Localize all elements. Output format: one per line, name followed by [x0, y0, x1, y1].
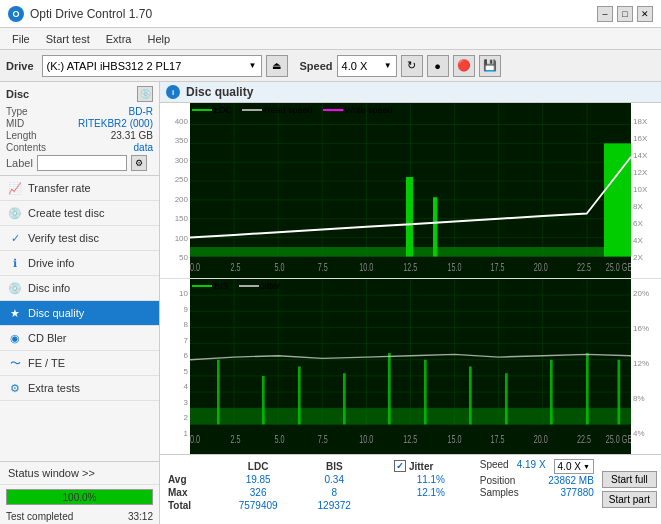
y-label-12pct: 12% — [633, 359, 661, 368]
speed-select[interactable]: 4.0 X ▼ — [337, 55, 397, 77]
svg-rect-62 — [505, 373, 508, 424]
y-label-12x: 12X — [633, 168, 661, 177]
sidebar-item-extra-tests-label: Extra tests — [28, 382, 80, 394]
stats-table: LDC BIS ✓ Jitter — [160, 455, 476, 524]
disc-panel: Disc 💿 Type BD-R MID RITEKBR2 (000) Leng… — [0, 82, 159, 176]
disc-mid-label: MID — [6, 118, 24, 129]
legend-write-speed-label: Write speed — [345, 105, 393, 115]
start-part-button[interactable]: Start part — [602, 491, 657, 508]
status-window-label: Status window >> — [8, 467, 95, 479]
y-label-4pct: 4% — [633, 429, 661, 438]
speed-setting-value: 4.0 X — [558, 461, 581, 472]
y-label-10: 10 — [160, 289, 188, 298]
progress-bar-container: 100.0% — [6, 489, 153, 505]
window-controls: – □ ✕ — [597, 6, 653, 22]
jitter-checkbox[interactable]: ✓ — [394, 460, 406, 472]
sidebar-item-disc-info[interactable]: 💿 Disc info — [0, 276, 159, 301]
legend-bis-color — [192, 285, 212, 287]
refresh-button[interactable]: ↻ — [401, 55, 423, 77]
status-time: 33:12 — [128, 511, 153, 522]
col-bis-header: BIS — [299, 459, 370, 473]
y-label-2: 2 — [160, 413, 188, 422]
avg-jitter: 11.1% — [390, 473, 472, 486]
svg-rect-22 — [604, 143, 631, 256]
svg-rect-65 — [618, 360, 621, 425]
sidebar-item-transfer-rate-label: Transfer rate — [28, 182, 91, 194]
sidebar-item-verify-test-disc[interactable]: ✓ Verify test disc — [0, 226, 159, 251]
menu-extra[interactable]: Extra — [98, 31, 140, 47]
chart-header-icon: i — [166, 85, 180, 99]
close-button[interactable]: ✕ — [637, 6, 653, 22]
toolbar-btn-3[interactable]: 🔴 — [453, 55, 475, 77]
sidebar-item-transfer-rate[interactable]: 📈 Transfer rate — [0, 176, 159, 201]
minimize-button[interactable]: – — [597, 6, 613, 22]
drive-select[interactable]: (K:) ATAPI iHBS312 2 PL17 ▼ — [42, 55, 262, 77]
legend-jitter: Jitter — [239, 281, 281, 291]
disc-label-input[interactable] — [37, 155, 127, 171]
svg-text:20.0: 20.0 — [534, 434, 548, 446]
svg-text:22.5: 22.5 — [577, 262, 591, 274]
menu-help[interactable]: Help — [139, 31, 178, 47]
sidebar: Disc 💿 Type BD-R MID RITEKBR2 (000) Leng… — [0, 82, 160, 524]
sidebar-item-extra-tests[interactable]: ⚙ Extra tests — [0, 376, 159, 401]
y-label-16x: 16X — [633, 134, 661, 143]
start-full-button[interactable]: Start full — [602, 471, 657, 488]
ldc-chart-svg: 0.0 2.5 5.0 7.5 10.0 12.5 15.0 17.5 20.0… — [190, 103, 631, 278]
toolbar-btn-2[interactable]: ● — [427, 55, 449, 77]
svg-text:15.0: 15.0 — [447, 434, 461, 446]
svg-text:10.0: 10.0 — [359, 262, 373, 274]
y-label-14x: 14X — [633, 151, 661, 160]
y-label-18x: 18X — [633, 117, 661, 126]
charts-container: LDC Read speed Write speed — [160, 103, 661, 454]
y-label-250: 250 — [160, 175, 188, 184]
svg-rect-55 — [217, 360, 220, 425]
sidebar-item-cd-bler[interactable]: ◉ CD Bler — [0, 326, 159, 351]
sidebar-item-drive-info[interactable]: ℹ Drive info — [0, 251, 159, 276]
transfer-rate-icon: 📈 — [8, 181, 22, 195]
svg-text:7.5: 7.5 — [318, 434, 328, 446]
disc-length-label: Length — [6, 130, 37, 141]
svg-rect-59 — [388, 353, 391, 424]
svg-rect-54 — [190, 408, 631, 424]
disc-label-button[interactable]: ⚙ — [131, 155, 147, 171]
legend-read-speed-color — [242, 109, 262, 111]
menu-start-test[interactable]: Start test — [38, 31, 98, 47]
save-button[interactable]: 💾 — [479, 55, 501, 77]
legend-ldc: LDC — [192, 105, 232, 115]
sidebar-item-fe-te[interactable]: 〜 FE / TE — [0, 351, 159, 376]
sidebar-item-disc-quality[interactable]: ★ Disc quality — [0, 301, 159, 326]
svg-text:12.5: 12.5 — [403, 262, 417, 274]
svg-text:5.0: 5.0 — [275, 434, 285, 446]
sidebar-item-create-test-disc[interactable]: 💿 Create test disc — [0, 201, 159, 226]
progress-text: 100.0% — [7, 490, 152, 506]
legend-read-speed-label: Read speed — [264, 105, 313, 115]
disc-section-label: Disc — [6, 88, 29, 100]
maximize-button[interactable]: □ — [617, 6, 633, 22]
speed-setting-select[interactable]: 4.0 X ▼ — [554, 459, 594, 474]
eject-button[interactable]: ⏏ — [266, 55, 288, 77]
chart-header: i Disc quality — [160, 82, 661, 103]
svg-text:25.0 GB: 25.0 GB — [606, 262, 631, 274]
disc-type-value: BD-R — [129, 106, 153, 117]
max-bis: 8 — [299, 486, 370, 499]
status-window-button[interactable]: Status window >> — [0, 462, 159, 485]
svg-text:0.0: 0.0 — [190, 434, 200, 446]
speed-info-speed-value: 4.19 X — [517, 459, 546, 474]
status-section: Status window >> 100.0% Test completed 3… — [0, 461, 159, 524]
drive-info-icon: ℹ — [8, 256, 22, 270]
max-label: Max — [164, 486, 218, 499]
completed-label: Test completed — [6, 511, 73, 522]
bottom-chart-y-left: 10 9 8 7 6 5 4 3 2 1 — [160, 289, 190, 438]
max-ldc: 326 — [218, 486, 299, 499]
svg-text:17.5: 17.5 — [491, 262, 505, 274]
jitter-checkbox-row: ✓ Jitter — [394, 460, 468, 472]
content-area: i Disc quality LDC Read speed — [160, 82, 661, 524]
svg-text:12.5: 12.5 — [403, 434, 417, 446]
y-label-400: 400 — [160, 117, 188, 126]
samples-label: Samples — [480, 487, 519, 498]
svg-text:2.5: 2.5 — [231, 262, 241, 274]
disc-icon-button[interactable]: 💿 — [137, 86, 153, 102]
menu-file[interactable]: File — [4, 31, 38, 47]
y-label-10x: 10X — [633, 185, 661, 194]
ldc-chart-section: LDC Read speed Write speed — [160, 103, 661, 279]
